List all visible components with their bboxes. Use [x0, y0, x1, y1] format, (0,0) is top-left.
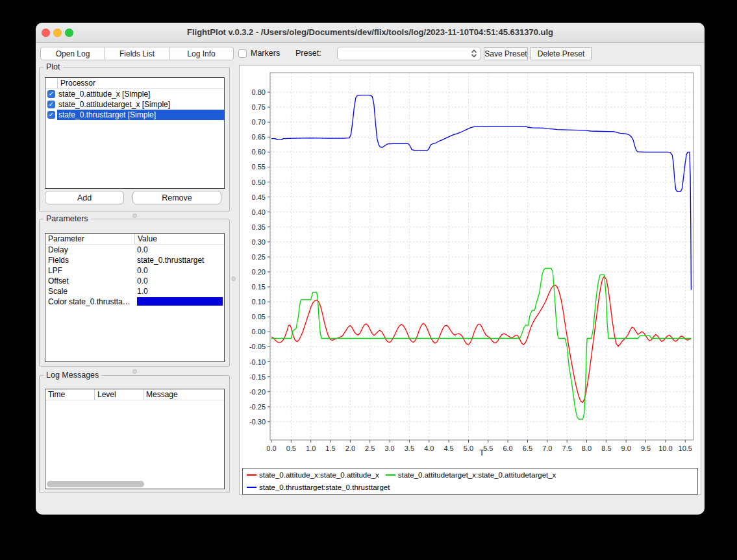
- parameter-row[interactable]: Offset0.0: [45, 276, 224, 286]
- parameters-panel-title: Parameters: [44, 214, 91, 223]
- parameters-panel: Parameters ParameterValue Delay0.0Fields…: [39, 219, 230, 367]
- close-window-button[interactable]: [42, 29, 50, 37]
- scrollbar-thumb[interactable]: [47, 481, 144, 487]
- preset-combobox[interactable]: [337, 47, 481, 60]
- parameter-row[interactable]: Scale1.0: [45, 286, 224, 297]
- svg-text:0.80: 0.80: [252, 88, 266, 96]
- svg-text:0.10: 0.10: [252, 298, 266, 306]
- svg-text:0.50: 0.50: [252, 178, 266, 186]
- svg-text:9.0: 9.0: [621, 444, 631, 452]
- parameter-color-cell[interactable]: [134, 297, 224, 307]
- svg-text:0.55: 0.55: [252, 163, 266, 171]
- svg-text:2.5: 2.5: [365, 444, 375, 452]
- log-column-header: Time: [45, 389, 94, 400]
- markers-checkbox[interactable]: [238, 49, 247, 58]
- parameter-value[interactable]: 0.0: [134, 276, 224, 286]
- log-column-header: Level: [94, 389, 143, 400]
- remove-field-button[interactable]: Remove: [132, 191, 221, 204]
- parameter-name: Scale: [45, 286, 134, 297]
- svg-text:8.0: 8.0: [582, 444, 592, 452]
- processor-column-header: Processor: [57, 78, 224, 88]
- log-messages-panel-title: Log Messages: [44, 371, 101, 380]
- minimize-window-button[interactable]: [53, 29, 62, 37]
- svg-text:7.0: 7.0: [542, 444, 552, 452]
- svg-text:8.5: 8.5: [601, 444, 611, 452]
- parameter-value[interactable]: 1.0: [134, 286, 224, 297]
- toolbar: Open Log Fields List Log Info Markers Pr…: [36, 43, 705, 61]
- svg-text:0.35: 0.35: [252, 223, 266, 231]
- add-field-button[interactable]: Add: [45, 191, 124, 204]
- svg-text:0.70: 0.70: [252, 118, 266, 126]
- param-column-header: Parameter: [45, 234, 134, 244]
- svg-text:6.5: 6.5: [523, 444, 532, 452]
- parameter-value[interactable]: 0.0: [134, 245, 224, 255]
- svg-text:0.15: 0.15: [252, 283, 266, 291]
- plot-list-header: Processor: [45, 78, 224, 89]
- log-info-button[interactable]: Log Info: [169, 47, 234, 60]
- log-messages-table-header: TimeLevelMessage: [45, 389, 224, 400]
- svg-text:10.5: 10.5: [679, 444, 692, 452]
- horizontal-splitter-handle[interactable]: [132, 369, 137, 374]
- legend-line-sample: [386, 474, 395, 476]
- save-preset-button[interactable]: Save Preset: [484, 47, 528, 60]
- window-titlebar[interactable]: FlightPlot v.0.3.2 - /Users/oleg/Documen…: [36, 23, 705, 43]
- parameter-row[interactable]: Delay0.0: [45, 245, 224, 255]
- field-checkbox[interactable]: ✓: [47, 90, 55, 98]
- plot-field-row[interactable]: ✓state_0.attitude_x [Simple]: [45, 89, 224, 99]
- svg-text:0.65: 0.65: [252, 133, 266, 141]
- vertical-splitter-handle[interactable]: [231, 276, 236, 281]
- parameter-row[interactable]: Fieldsstate_0.thrusttarget: [45, 255, 224, 265]
- svg-text:7.5: 7.5: [562, 444, 572, 452]
- chart-plot[interactable]: 0.00.51.01.52.02.53.03.54.04.55.05.56.06…: [240, 66, 701, 465]
- svg-text:-0.10: -0.10: [249, 358, 266, 366]
- log-horizontal-scrollbar[interactable]: [47, 481, 223, 487]
- svg-text:9.5: 9.5: [641, 444, 651, 452]
- horizontal-splitter-handle[interactable]: [132, 213, 137, 218]
- field-checkbox[interactable]: ✓: [47, 111, 55, 119]
- field-label: state_0.attitudetarget_x [Simple]: [57, 99, 224, 110]
- color-swatch[interactable]: [137, 297, 223, 306]
- chart-legend: state_0.attitude_x:state_0.attitude_xsta…: [242, 468, 698, 494]
- svg-text:T: T: [479, 448, 484, 457]
- plot-field-row[interactable]: ✓state_0.thrusttarget [Simple]: [45, 110, 224, 120]
- param-column-header: Value: [134, 234, 224, 244]
- svg-text:5.5: 5.5: [483, 444, 493, 452]
- svg-text:0.75: 0.75: [252, 103, 266, 111]
- svg-text:1.0: 1.0: [306, 444, 316, 452]
- window-title: FlightPlot v.0.3.2 - /Users/oleg/Documen…: [81, 23, 659, 42]
- flightplot-window: FlightPlot v.0.3.2 - /Users/oleg/Documen…: [36, 23, 705, 515]
- parameter-name: Offset: [45, 276, 134, 286]
- fields-list-button[interactable]: Fields List: [105, 47, 169, 60]
- field-label: state_0.thrusttarget [Simple]: [57, 110, 224, 120]
- chart-panel[interactable]: 0.00.51.01.52.02.53.03.54.04.55.05.56.06…: [239, 65, 701, 495]
- svg-text:5.0: 5.0: [464, 444, 473, 452]
- markers-label: Markers: [251, 47, 280, 60]
- delete-preset-button[interactable]: Delete Preset: [531, 47, 592, 60]
- combo-stepper-icon[interactable]: [469, 49, 479, 58]
- legend-line-sample: [247, 474, 256, 476]
- svg-text:0.60: 0.60: [252, 148, 266, 156]
- legend-line-sample: [247, 487, 256, 488]
- svg-text:6.0: 6.0: [503, 444, 512, 452]
- parameter-value[interactable]: 0.0: [134, 265, 224, 276]
- log-messages-table[interactable]: TimeLevelMessage: [45, 389, 225, 489]
- parameter-color-row[interactable]: Color state_0.thrustta…: [45, 297, 224, 307]
- svg-text:-0.20: -0.20: [249, 388, 266, 396]
- legend-item: state_0.thrusttarget:state_0.thrusttarge…: [247, 483, 390, 491]
- svg-text:-0.30: -0.30: [249, 418, 266, 426]
- log-column-header: Message: [143, 389, 224, 400]
- legend-label: state_0.thrusttarget:state_0.thrusttarge…: [259, 483, 390, 491]
- parameter-value[interactable]: state_0.thrusttarget: [134, 255, 224, 265]
- plot-field-list[interactable]: Processor ✓state_0.attitude_x [Simple]✓s…: [45, 77, 225, 189]
- open-log-button[interactable]: Open Log: [40, 47, 105, 60]
- parameters-table[interactable]: ParameterValue Delay0.0Fieldsstate_0.thr…: [45, 233, 225, 362]
- svg-text:0.40: 0.40: [252, 208, 266, 216]
- parameter-row[interactable]: LPF0.0: [45, 265, 224, 276]
- zoom-window-button[interactable]: [65, 29, 73, 37]
- field-label: state_0.attitude_x [Simple]: [57, 89, 224, 99]
- field-checkbox[interactable]: ✓: [47, 101, 55, 108]
- plot-field-row[interactable]: ✓state_0.attitudetarget_x [Simple]: [45, 99, 224, 110]
- legend-label: state_0.attitude_x:state_0.attitude_x: [259, 471, 379, 479]
- svg-text:2.0: 2.0: [345, 444, 355, 452]
- parameter-name: Delay: [45, 245, 134, 255]
